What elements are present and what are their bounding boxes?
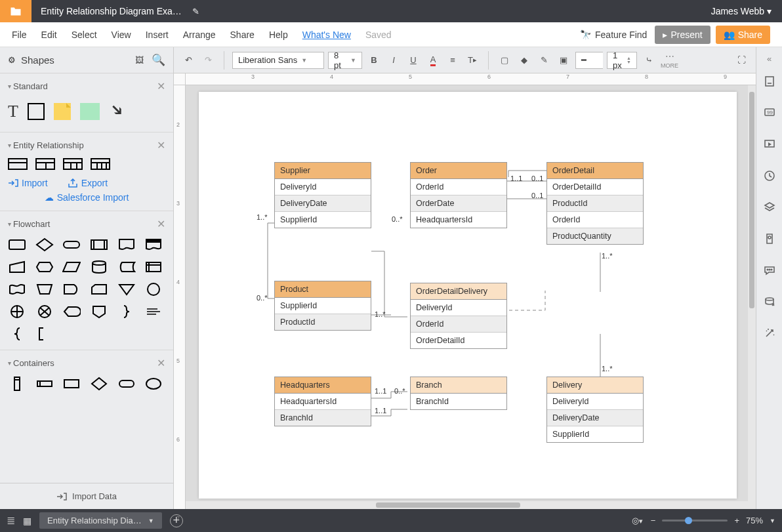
canvas[interactable]: Supplier DeliveryId DeliveryDate Supplie…: [186, 85, 756, 509]
target-icon[interactable]: ◎▾: [632, 516, 643, 525]
present-button[interactable]: ▸ Present: [655, 26, 710, 44]
terminator-shape[interactable]: [62, 237, 81, 253]
circle-container-shape[interactable]: [144, 376, 163, 392]
diamond-container-shape[interactable]: [90, 376, 108, 392]
pencil-icon[interactable]: ✎: [192, 7, 199, 16]
menu-insert[interactable]: Insert: [146, 30, 169, 40]
menu-help[interactable]: Help: [269, 30, 288, 40]
close-icon[interactable]: ✕: [157, 80, 165, 92]
swimlane-h-shape[interactable]: [35, 376, 54, 392]
feature-find[interactable]: 🔭 Feature Find: [580, 30, 647, 40]
entity-delivery[interactable]: Delivery DeliveryId DeliveryDate Supplie…: [546, 377, 644, 443]
shape-icon[interactable]: ▢: [497, 52, 512, 68]
card-shape[interactable]: [90, 281, 108, 297]
collapse-panel-icon[interactable]: «: [767, 51, 772, 66]
line-width-select[interactable]: 1 px▲▼: [607, 52, 637, 69]
magic-icon[interactable]: [756, 317, 783, 349]
redo-icon[interactable]: ↷: [200, 52, 216, 68]
menu-whats-new[interactable]: What's New: [302, 30, 351, 40]
import-link[interactable]: Import: [8, 178, 48, 188]
close-icon[interactable]: ✕: [157, 357, 165, 369]
menu-file[interactable]: File: [12, 30, 27, 40]
grid-view-icon[interactable]: ▦: [23, 516, 31, 526]
note-shape[interactable]: [54, 103, 71, 120]
or-shape[interactable]: [35, 304, 54, 319]
menu-edit[interactable]: Edit: [41, 30, 57, 40]
undo-icon[interactable]: ↶: [180, 52, 196, 68]
menu-view[interactable]: View: [112, 30, 131, 40]
menu-arrange[interactable]: Arrange: [183, 30, 216, 40]
salesforce-import-link[interactable]: ☁Salesforce Import: [8, 192, 165, 203]
entity-headquarters[interactable]: Headquarters HeadquartersId BranchId: [274, 377, 371, 426]
layers-icon[interactable]: [756, 192, 783, 223]
share-button[interactable]: 👥Share: [716, 26, 770, 44]
entity-order-detail-delivery[interactable]: OrderDetailDelivery DeliveryId OrderId O…: [410, 283, 507, 349]
er-table-3[interactable]: [63, 158, 83, 170]
more-button[interactable]: ⋯MORE: [661, 51, 678, 69]
font-select[interactable]: Liberation Sans▼: [232, 52, 324, 69]
er-table-1[interactable]: [8, 158, 28, 170]
junction-shape[interactable]: [8, 304, 26, 319]
menu-select[interactable]: Select: [72, 30, 97, 40]
border-icon[interactable]: ✎: [536, 52, 552, 68]
zoom-slider[interactable]: [662, 520, 728, 522]
page-tab[interactable]: Entity Relationship Dia…▼: [39, 512, 162, 529]
entity-supplier[interactable]: Supplier DeliveryId DeliveryDate Supplie…: [274, 162, 371, 228]
horizontal-scrollbar[interactable]: [186, 501, 756, 509]
list-view-icon[interactable]: ≣: [7, 514, 15, 527]
brace-left-shape[interactable]: [8, 326, 26, 342]
zoom-control[interactable]: − + 75%▼: [651, 516, 775, 525]
underline-icon[interactable]: U: [405, 52, 421, 68]
font-size-select[interactable]: 8 pt▼: [328, 52, 362, 69]
document-shape[interactable]: [117, 237, 136, 253]
text-shape[interactable]: T: [8, 102, 18, 121]
align-icon[interactable]: ≡: [445, 52, 461, 68]
entity-order-detail[interactable]: OrderDetail OrderDetailId ProductId Orde…: [546, 162, 644, 245]
rect-shape[interactable]: [28, 103, 45, 120]
merge-shape[interactable]: [117, 281, 136, 297]
import-data-button[interactable]: Import Data: [0, 483, 173, 509]
italic-icon[interactable]: I: [386, 52, 401, 68]
data-shape[interactable]: [62, 259, 81, 275]
data-linking-icon[interactable]: [756, 286, 783, 317]
close-icon[interactable]: ✕: [157, 218, 165, 230]
search-icon[interactable]: 🔍: [152, 53, 165, 67]
bold-icon[interactable]: B: [366, 52, 382, 68]
database-shape[interactable]: [90, 259, 108, 275]
master-icon[interactable]: [756, 223, 783, 255]
offpage-shape[interactable]: [90, 304, 108, 319]
gear-icon[interactable]: ⚙: [8, 55, 16, 65]
entity-order[interactable]: Order OrderId OrderDate HeadquartersId: [410, 162, 507, 228]
rect-container-shape[interactable]: [62, 376, 81, 392]
menu-share[interactable]: Share: [230, 30, 255, 40]
entity-branch[interactable]: Branch BranchId: [410, 377, 507, 410]
text-color-icon[interactable]: A: [425, 52, 441, 68]
decision-shape[interactable]: [35, 237, 54, 253]
connector-shape[interactable]: [144, 281, 163, 297]
line-style-select[interactable]: ━: [575, 52, 603, 69]
predefined-shape[interactable]: [90, 237, 108, 253]
manual-input-shape[interactable]: [8, 259, 26, 275]
user-menu[interactable]: James Webb ▾: [701, 6, 782, 16]
shadow-icon[interactable]: ▣: [556, 52, 571, 68]
zoom-level[interactable]: 75%: [746, 516, 763, 525]
manual-op-shape[interactable]: [35, 281, 54, 297]
er-table-4[interactable]: [91, 158, 110, 170]
tape-shape[interactable]: [8, 281, 26, 297]
document-title[interactable]: Entity Relationship Diagram Exa…: [31, 6, 191, 16]
line-route-icon[interactable]: ⤷: [641, 52, 657, 68]
presentation-icon[interactable]: [756, 129, 783, 160]
er-table-2[interactable]: [35, 158, 55, 170]
chat-icon[interactable]: [756, 255, 783, 286]
note-shape[interactable]: [144, 304, 163, 319]
pill-container-shape[interactable]: [117, 376, 136, 392]
fullscreen-icon[interactable]: ⛶: [733, 52, 749, 68]
page[interactable]: Supplier DeliveryId DeliveryDate Supplie…: [199, 92, 737, 499]
comments-icon[interactable]: 99: [756, 97, 783, 129]
delay-shape[interactable]: [62, 281, 81, 297]
fill-icon[interactable]: ◆: [516, 52, 532, 68]
zoom-in-icon[interactable]: +: [734, 516, 739, 525]
brace-right-shape[interactable]: [117, 304, 136, 319]
internal-storage-shape[interactable]: [144, 259, 163, 275]
entity-product[interactable]: Product SupplierId ProductId: [274, 281, 371, 331]
